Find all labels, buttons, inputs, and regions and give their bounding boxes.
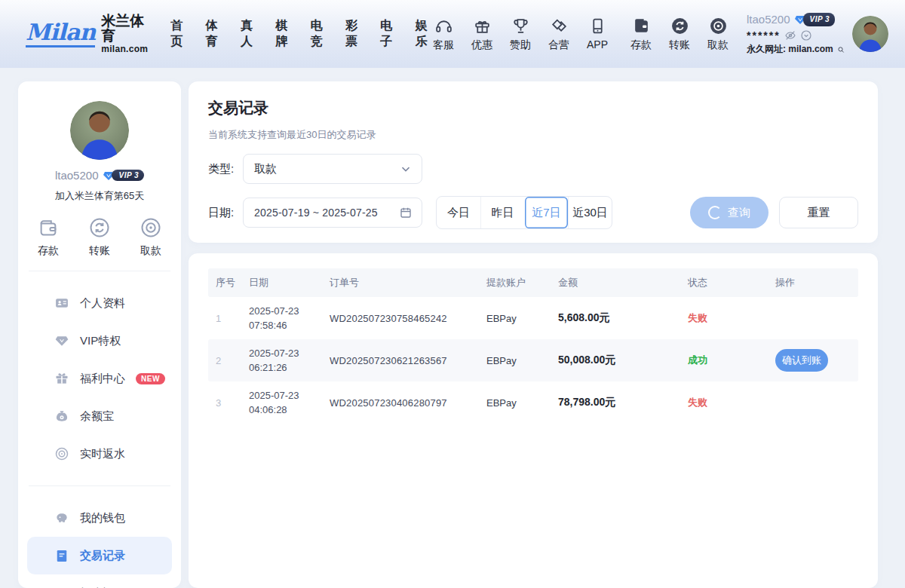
sidebar-item-profile[interactable]: 个人资料 <box>27 284 172 322</box>
quick-link-promotions[interactable]: 优惠 <box>468 17 495 52</box>
cell-order-no: WD202507230758465242 <box>322 313 479 324</box>
sidebar-item-label: 个人资料 <box>80 296 125 311</box>
nav-home[interactable]: 首页 <box>170 18 185 50</box>
cell-account: EBPay <box>479 397 551 409</box>
quick-link-app[interactable]: APP <box>584 17 611 51</box>
quick-link-sponsorship[interactable]: 赞助 <box>507 17 534 52</box>
nav-esports[interactable]: 电竞 <box>311 18 325 50</box>
username[interactable]: ltao5200 <box>747 11 790 28</box>
cell-amount: 50,008.00元 <box>551 354 680 367</box>
query-button-label: 查询 <box>728 206 750 220</box>
preset-yesterday[interactable]: 昨日 <box>480 197 524 228</box>
sidebar-item-wallet[interactable]: 我的钱包 <box>27 499 172 537</box>
page-content: ltao5200 VIP 3 加入米兰体育第65天 存款 转账 <box>0 68 905 588</box>
status-badge: 成功 <box>680 354 768 367</box>
main-column: 交易记录 当前系统支持查询最近30日的交易记录 类型: 取款 日期: 2025-… <box>189 81 878 588</box>
chevron-down-circle-icon[interactable] <box>800 29 812 41</box>
status-badge: 失败 <box>680 396 768 409</box>
header-deposit[interactable]: 存款 <box>627 17 655 52</box>
sidebar-withdraw-button[interactable]: 取款 <box>125 216 176 258</box>
sidebar-transfer-button[interactable]: 转账 <box>74 216 125 258</box>
col-header-account: 提款账户 <box>479 276 551 289</box>
quick-link-label: 优惠 <box>471 38 492 52</box>
sidebar-avatar[interactable] <box>70 101 129 160</box>
cell-amount: 78,798.00元 <box>551 396 680 409</box>
header-transfer[interactable]: 转账 <box>666 17 693 52</box>
type-label: 类型: <box>208 162 243 176</box>
col-header-amount: 金额 <box>551 276 680 289</box>
new-badge: NEW <box>136 373 165 384</box>
preset-last7days[interactable]: 近7日 <box>524 197 568 228</box>
date-range-value: 2025-07-19 ~ 2025-07-25 <box>254 207 399 219</box>
cell-account: EBPay <box>479 355 551 366</box>
sidebar-item-benefits[interactable]: 福利中心 NEW <box>27 360 172 397</box>
quick-action-label: 转账 <box>89 244 110 258</box>
transfer-icon <box>670 17 689 35</box>
sidebar-item-yuebao[interactable]: 余额宝 <box>27 397 172 435</box>
sidebar-vip-badge: VIP 3 <box>103 170 144 182</box>
nav-live[interactable]: 真人 <box>241 18 255 50</box>
quick-action-label: 存款 <box>38 244 59 258</box>
col-header-index: 序号 <box>208 276 241 289</box>
nav-sports[interactable]: 体育 <box>206 18 220 50</box>
wallet-icon <box>632 17 651 35</box>
site-logo[interactable]: Milan 米兰体育 milan.com <box>26 14 148 55</box>
nav-slots[interactable]: 电子 <box>380 18 394 50</box>
cell-amount: 5,608.00元 <box>551 311 680 325</box>
confirm-receipt-button[interactable]: 确认到账 <box>775 349 828 372</box>
header-quick-links: 客服 优惠 赞助 合营 APP <box>430 17 611 52</box>
nav-board-games[interactable]: 棋牌 <box>275 18 290 50</box>
nav-lottery[interactable]: 彩票 <box>345 18 360 50</box>
chevron-down-icon <box>399 162 413 176</box>
sidebar-menu-records: 我的钱包 交易记录 投注记录 <box>18 499 181 588</box>
user-avatar[interactable] <box>852 16 888 52</box>
sidebar-item-rebate[interactable]: 实时返水 <box>27 435 172 473</box>
money-bag-icon <box>54 409 69 424</box>
transaction-record-icon <box>54 548 69 563</box>
cell-index: 1 <box>208 313 241 324</box>
quick-link-partnership[interactable]: 合营 <box>545 17 572 52</box>
main-nav: 首页 体育 真人 棋牌 电竞 彩票 电子 娱乐 <box>170 18 430 50</box>
cell-date: 2025-07-23 06:21:26 <box>241 346 322 375</box>
logo-domain: milan.com <box>101 44 148 54</box>
sidebar-item-vip[interactable]: VIP特权 <box>27 322 172 360</box>
cell-order-no: WD202507230406280797 <box>322 397 479 409</box>
withdraw-icon <box>709 17 728 35</box>
col-header-date: 日期 <box>241 276 322 289</box>
nav-entertainment[interactable]: 娱乐 <box>416 18 430 50</box>
filter-actions: 查询 重置 <box>690 197 858 228</box>
sidebar-username: ltao5200 <box>55 169 99 182</box>
header-withdraw[interactable]: 取款 <box>704 17 732 52</box>
sidebar-quick-actions: 存款 转账 取款 <box>18 216 181 258</box>
type-select[interactable]: 取款 <box>243 154 422 184</box>
header-wallet-links: 存款 转账 取款 <box>627 17 732 52</box>
records-table-card: 序号 日期 订单号 提款账户 金额 状态 操作 1 2025-07-23 07:… <box>189 253 878 588</box>
vip-level-label: VIP 3 <box>112 170 144 181</box>
cell-date: 2025-07-23 04:06:28 <box>241 388 322 418</box>
gift-icon <box>473 17 492 35</box>
preset-today[interactable]: 今日 <box>437 197 480 228</box>
sidebar-item-bets[interactable]: 投注记录 <box>27 574 172 588</box>
trophy-icon <box>511 17 530 35</box>
sidebar-deposit-button[interactable]: 存款 <box>23 216 74 258</box>
eye-off-icon[interactable] <box>784 29 796 41</box>
preset-last30days[interactable]: 近30日 <box>568 197 612 228</box>
col-header-order: 订单号 <box>322 276 479 289</box>
wallet-link-label: 存款 <box>630 38 652 52</box>
query-button[interactable]: 查询 <box>690 197 768 228</box>
quick-link-label: 赞助 <box>510 38 531 52</box>
quick-link-support[interactable]: 客服 <box>430 17 457 52</box>
date-range-input[interactable]: 2025-07-19 ~ 2025-07-25 <box>243 198 422 228</box>
table-header-row: 序号 日期 订单号 提款账户 金额 状态 操作 <box>208 268 858 297</box>
table-row: 2 2025-07-23 06:21:26 WD2025072306212635… <box>208 339 858 381</box>
gift-box-icon <box>54 371 69 386</box>
reset-button[interactable]: 重置 <box>779 197 858 228</box>
type-filter-row: 类型: 取款 <box>208 154 858 184</box>
join-days-text: 加入米兰体育第65天 <box>18 189 181 203</box>
profile-sidebar: ltao5200 VIP 3 加入米兰体育第65天 存款 转账 <box>18 81 181 588</box>
date-label: 日期: <box>208 206 243 220</box>
sidebar-item-transactions[interactable]: 交易记录 <box>27 537 172 574</box>
sidebar-item-label: 实时返水 <box>80 447 125 461</box>
magnifier-icon[interactable] <box>837 44 845 56</box>
sidebar-item-label: 余额宝 <box>80 409 114 424</box>
